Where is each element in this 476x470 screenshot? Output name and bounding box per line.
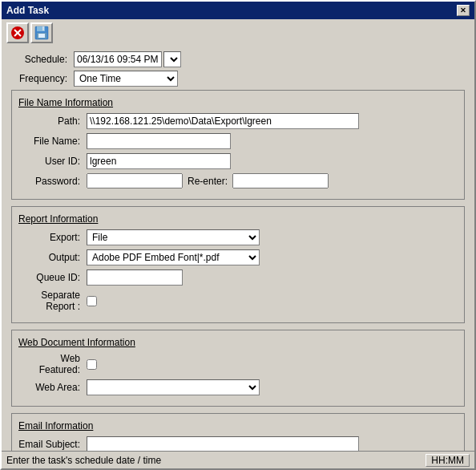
output-select[interactable]: Adobe PDF Embed Font|*.pdf Crystal Repor…	[87, 249, 260, 265]
separate-row: Separate Report :	[18, 290, 458, 312]
queue-label: Queue ID:	[18, 272, 87, 283]
report-title: Report Information	[18, 213, 458, 225]
filename-label: File Name:	[18, 136, 87, 147]
save-button[interactable]	[30, 22, 53, 43]
path-label: Path:	[18, 115, 87, 127]
report-section: Report Information Export: File Printer …	[11, 206, 465, 323]
frequency-label: Frequency:	[18, 73, 74, 84]
separate-checkbox[interactable]	[87, 296, 97, 306]
title-bar-buttons: ✕	[457, 5, 470, 16]
password-row: Password: Re-enter:	[18, 173, 458, 188]
window-title: Add Task	[6, 5, 49, 16]
status-format: HH:MM	[426, 454, 470, 467]
web-document-title: Web Document Information	[18, 337, 458, 348]
schedule-row: Schedule: ▼	[11, 51, 465, 67]
web-document-section: Web Document Information Web Featured: W…	[11, 330, 465, 407]
userid-row: User ID:	[18, 153, 458, 169]
path-row: Path:	[18, 113, 458, 129]
main-content: Schedule: ▼ Frequency: One Time Daily We…	[2, 47, 474, 451]
status-message: Enter the task's schedule date / time	[6, 455, 426, 466]
password-label: Password:	[18, 176, 87, 187]
export-label: Export:	[18, 232, 87, 243]
reenter-input[interactable]	[232, 173, 329, 188]
userid-input[interactable]	[87, 153, 231, 169]
web-area-select[interactable]	[87, 379, 260, 395]
email-section: Email Information Email Subject: Email B…	[11, 413, 465, 451]
file-name-section: File Name Information Path: File Name: U…	[11, 90, 465, 200]
path-input[interactable]	[87, 113, 359, 129]
email-title: Email Information	[18, 420, 458, 432]
web-featured-checkbox[interactable]	[87, 359, 97, 370]
svg-rect-5	[42, 26, 44, 30]
web-featured-label: Web Featured:	[18, 353, 87, 375]
email-subject-label: Email Subject:	[18, 439, 87, 450]
save-icon	[34, 26, 49, 40]
cancel-button[interactable]	[6, 22, 29, 43]
filename-row: File Name:	[18, 133, 458, 149]
add-task-window: Add Task ✕ Sc	[0, 0, 476, 470]
queue-row: Queue ID:	[18, 269, 458, 286]
close-button[interactable]: ✕	[457, 5, 470, 16]
output-row: Output: Adobe PDF Embed Font|*.pdf Cryst…	[18, 249, 458, 265]
file-name-title: File Name Information	[18, 97, 458, 108]
title-bar: Add Task ✕	[2, 2, 474, 19]
status-bar: Enter the task's schedule date / time HH…	[2, 451, 474, 468]
web-area-label: Web Area:	[18, 382, 87, 393]
schedule-input[interactable]	[74, 51, 162, 67]
output-label: Output:	[18, 252, 87, 263]
toolbar	[2, 19, 474, 47]
export-row: Export: File Printer Email	[18, 229, 458, 245]
filename-input[interactable]	[87, 133, 231, 149]
web-area-row: Web Area:	[18, 379, 458, 395]
frequency-row: Frequency: One Time Daily Weekly Monthly	[11, 71, 465, 87]
separate-label: Separate Report :	[18, 290, 87, 312]
schedule-label: Schedule:	[18, 54, 74, 65]
export-select[interactable]: File Printer Email	[87, 229, 260, 245]
email-subject-row: Email Subject:	[18, 436, 458, 451]
userid-label: User ID:	[18, 156, 87, 167]
frequency-select[interactable]: One Time Daily Weekly Monthly	[74, 71, 178, 87]
reenter-label: Re-enter:	[183, 176, 232, 187]
web-featured-row: Web Featured:	[18, 353, 458, 375]
queue-input[interactable]	[87, 269, 183, 286]
schedule-dropdown[interactable]: ▼	[163, 51, 181, 67]
cancel-icon	[10, 26, 25, 40]
password-input[interactable]	[87, 173, 183, 188]
svg-rect-7	[38, 34, 45, 38]
email-subject-input[interactable]	[87, 436, 359, 451]
